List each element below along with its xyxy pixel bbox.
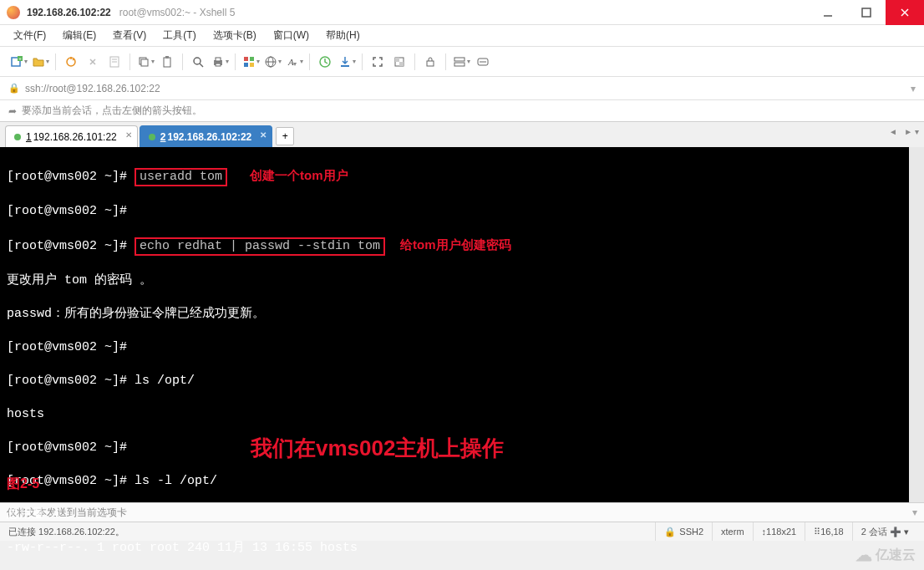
tab-session-2[interactable]: 2 192.168.26.102:22 ✕ — [140, 125, 272, 147]
tile-horizontal-button[interactable] — [451, 52, 471, 72]
cloud-icon: ☁ — [855, 545, 872, 565]
encoding-button[interactable] — [262, 52, 282, 72]
svg-line-16 — [200, 64, 203, 67]
status-dot-icon — [149, 134, 155, 140]
close-button[interactable] — [886, 0, 924, 25]
cmd-ls-opt: ls /opt/ — [135, 374, 195, 388]
output-line: hosts — [7, 407, 44, 421]
send-dropdown-icon[interactable]: ▾ — [912, 506, 917, 518]
plus-icon: + — [282, 130, 288, 142]
color-scheme-button[interactable] — [241, 52, 261, 72]
output-line: -rw-r--r--. 1 root root 240 11月 13 16:55… — [7, 541, 358, 555]
lock-button[interactable] — [420, 52, 440, 72]
svg-rect-22 — [244, 63, 248, 67]
hintbar: ➦ 要添加当前会话，点击左侧的箭头按钮。 — [0, 100, 924, 122]
hint-text: 要添加当前会话，点击左侧的箭头按钮。 — [22, 104, 202, 118]
svg-text:▾: ▾ — [293, 60, 297, 68]
font-button[interactable]: A▾ — [284, 52, 304, 72]
tab-label: 192.168.26.101:22 — [33, 131, 117, 143]
output-line: 总用量 4 — [7, 507, 59, 522]
titlebar: 192.168.26.102:22 root@vms002:~ - Xshell… — [0, 0, 924, 25]
output-line: 更改用户 tom 的密码 。 — [7, 273, 152, 288]
menu-tabs[interactable]: 选项卡(B) — [208, 26, 261, 45]
address-dropdown-icon[interactable]: ▾ — [911, 83, 916, 94]
prompt: [root@vms002 ~]# — [7, 440, 127, 455]
svg-rect-13 — [164, 58, 170, 67]
tab-close-icon[interactable]: ✕ — [125, 130, 132, 140]
toolbar: + A▾ — [0, 47, 924, 77]
prompt: [root@vms002 ~]# — [7, 374, 127, 388]
svg-rect-23 — [250, 63, 254, 67]
window-session-title: 192.168.26.102:22 — [27, 7, 111, 18]
svg-rect-30 — [341, 65, 349, 67]
scrollbar[interactable] — [909, 147, 924, 502]
watermark-text: 亿速云 — [876, 547, 916, 564]
maximize-button[interactable] — [847, 0, 886, 25]
prompt: [root@vms002 ~]# — [7, 170, 127, 184]
svg-rect-33 — [399, 62, 404, 66]
svg-rect-1 — [862, 8, 871, 17]
svg-rect-35 — [454, 58, 465, 61]
disconnect-button[interactable] — [83, 52, 103, 72]
lock-icon: 🔒 — [8, 83, 20, 94]
add-session-arrow-icon[interactable]: ➦ — [8, 105, 17, 117]
xagent-button[interactable] — [315, 52, 335, 72]
window-controls — [809, 0, 924, 25]
copy-button[interactable] — [135, 52, 155, 72]
find-button[interactable] — [188, 52, 208, 72]
tab-number: 1 — [26, 131, 32, 143]
svg-rect-12 — [141, 59, 148, 66]
watermark: ☁ 亿速云 — [855, 545, 916, 565]
fullscreen-button[interactable] — [368, 52, 388, 72]
svg-rect-18 — [216, 58, 221, 61]
cmd-lsl-opt: ls -l /opt/ — [135, 474, 217, 488]
window-subtitle: root@vms002:~ - Xshell 5 — [119, 7, 236, 18]
menu-window[interactable]: 窗口(W) — [268, 26, 314, 45]
svg-rect-19 — [216, 64, 221, 66]
app-icon — [7, 6, 20, 19]
terminal[interactable]: [root@vms002 ~]# useradd tom 创建一个tom用户 [… — [0, 147, 924, 502]
svg-text:+: + — [18, 56, 22, 61]
figure-label: 图2-5 — [7, 476, 39, 492]
output-line: passwd：所有的身份验证令牌已经成功更新。 — [7, 307, 265, 321]
print-button[interactable] — [210, 52, 230, 72]
xftp-button[interactable] — [337, 52, 357, 72]
annotation-passwd: 给tom用户创建密码 — [400, 237, 511, 253]
svg-rect-34 — [427, 61, 434, 66]
svg-rect-21 — [250, 57, 254, 61]
menu-view[interactable]: 查看(V) — [108, 26, 151, 45]
open-session-button[interactable] — [30, 52, 50, 72]
annotation-big: 我们在vms002主机上操作 — [251, 440, 504, 456]
annotation-useradd: 创建一个tom用户 — [250, 167, 348, 184]
prompt: [root@vms002 ~]# — [7, 239, 127, 253]
cmd-useradd-box: useradd tom — [135, 168, 227, 186]
menu-edit[interactable]: 编辑(E) — [58, 26, 101, 45]
menu-tools[interactable]: 工具(T) — [158, 26, 201, 45]
tabstrip: 1 192.168.26.101:22 ✕ 2 192.168.26.102:2… — [0, 122, 924, 147]
minimize-button[interactable] — [809, 0, 847, 25]
cmd-passwd-box: echo redhat | passwd --stdin tom — [135, 237, 385, 256]
address-text[interactable]: ssh://root@192.168.26.102:22 — [25, 83, 911, 94]
compose-button[interactable] — [473, 52, 493, 72]
tab-nav[interactable]: ◄ ► ▾ — [889, 127, 919, 136]
svg-rect-32 — [395, 58, 399, 62]
prompt: [root@vms002 ~]# — [7, 204, 127, 218]
new-session-button[interactable]: + — [8, 52, 28, 72]
status-dot-icon — [14, 134, 21, 140]
tab-label: 192.168.26.102:22 — [167, 131, 251, 143]
tab-number: 2 — [160, 131, 166, 143]
svg-rect-36 — [454, 63, 465, 66]
menu-file[interactable]: 文件(F) — [8, 26, 51, 45]
tab-session-1[interactable]: 1 192.168.26.101:22 ✕ — [5, 125, 138, 147]
menu-help[interactable]: 帮助(H) — [321, 26, 365, 45]
paste-button[interactable] — [157, 52, 177, 72]
svg-rect-14 — [165, 56, 169, 59]
menubar: 文件(F) 编辑(E) 查看(V) 工具(T) 选项卡(B) 窗口(W) 帮助(… — [0, 25, 924, 47]
svg-rect-20 — [244, 57, 248, 61]
properties-button[interactable] — [104, 52, 124, 72]
reconnect-button[interactable] — [61, 52, 81, 72]
tab-close-icon[interactable]: ✕ — [260, 130, 267, 140]
prompt: [root@vms002 ~]# — [7, 340, 127, 354]
tab-add-button[interactable]: + — [276, 127, 294, 145]
transparent-button[interactable] — [389, 52, 409, 72]
